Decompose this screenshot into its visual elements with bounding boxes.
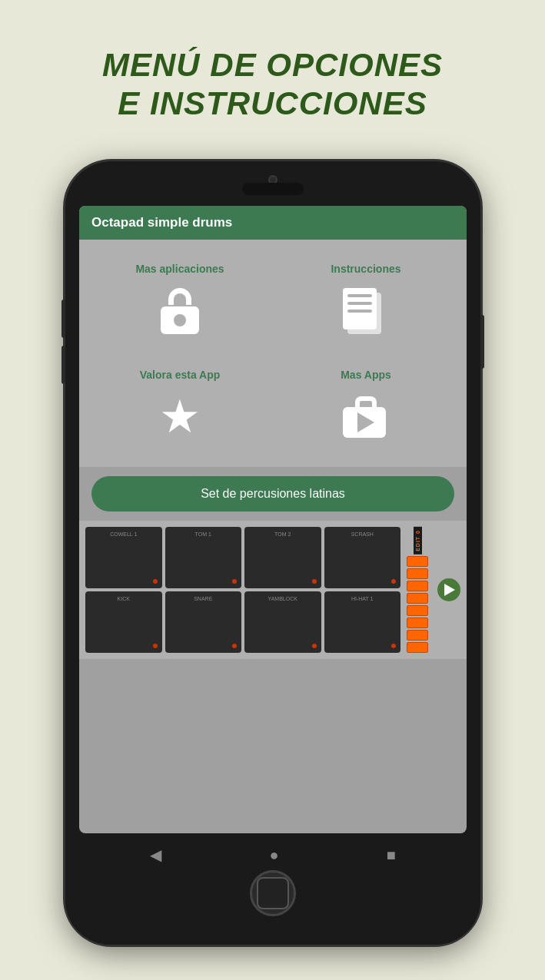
- home-nav-button[interactable]: ●: [269, 846, 278, 864]
- power-button[interactable]: [480, 315, 484, 369]
- drum-pad-tom2[interactable]: TOM 2: [244, 527, 321, 588]
- drum-pad-dot: [232, 579, 237, 584]
- drum-pad-dot: [312, 644, 317, 648]
- mas-apps-item[interactable]: Mas Apps: [273, 353, 459, 459]
- drum-pads-grid: COWELL 1 TOM 1 TOM 2 SCRASH KICK: [85, 527, 400, 653]
- drum-pad-yamblock[interactable]: YAMBLOCK: [244, 591, 321, 653]
- instrucciones-label: Instrucciones: [331, 263, 400, 275]
- edit-slot-4[interactable]: [407, 593, 428, 604]
- back-button[interactable]: ◀: [150, 846, 161, 864]
- volume-down-button[interactable]: [61, 346, 65, 384]
- page-title: MENÚ DE OPCIONES E INSTRUCCIONES: [0, 46, 545, 124]
- edit-slot-5[interactable]: [407, 605, 428, 616]
- phone-bottom: ◀ ● ■: [65, 833, 480, 945]
- drum-pad-dot: [153, 579, 158, 584]
- star-icon: ★: [153, 390, 207, 444]
- valora-app-label: Valora esta App: [140, 369, 221, 381]
- arrow-right-icon: [444, 584, 455, 596]
- drum-pad-dot: [391, 579, 396, 584]
- valora-app-item[interactable]: Valora esta App ★: [87, 353, 273, 459]
- edit-label: EDIT 0: [414, 527, 422, 555]
- edit-panel: EDIT 0: [405, 527, 430, 653]
- edit-slot-2[interactable]: [407, 568, 428, 579]
- edit-slot-6[interactable]: [407, 617, 428, 628]
- phone-screen: Octapad simple drums Mas aplicaciones In…: [79, 206, 467, 833]
- edit-slot-8[interactable]: [407, 642, 428, 653]
- document-icon: [339, 284, 393, 338]
- drum-pad-snare[interactable]: SNARE: [165, 591, 242, 653]
- drum-pad-kick[interactable]: KICK: [85, 591, 162, 653]
- phone-frame: Octapad simple drums Mas aplicaciones In…: [65, 161, 480, 945]
- home-button[interactable]: [250, 870, 296, 916]
- volume-up-button[interactable]: [61, 300, 65, 338]
- drum-pad-tom1[interactable]: TOM 1: [165, 527, 242, 588]
- drum-pad-dot: [232, 644, 237, 648]
- store-icon: [339, 390, 393, 444]
- recents-button[interactable]: ■: [387, 846, 396, 864]
- drum-pad-dot: [312, 579, 317, 584]
- nav-bar: ◀ ● ■: [65, 833, 480, 870]
- instrucciones-item[interactable]: Instrucciones: [273, 247, 459, 353]
- lock-icon: [153, 284, 207, 338]
- edit-slot-3[interactable]: [407, 581, 428, 591]
- next-arrow-button[interactable]: [437, 578, 460, 601]
- edit-slots: [407, 556, 428, 653]
- set-percusiones-button[interactable]: Set de percusiones latinas: [91, 476, 454, 512]
- mas-apps-label: Mas Apps: [341, 369, 391, 381]
- edit-slot-7[interactable]: [407, 630, 428, 641]
- phone-speaker: [242, 183, 304, 195]
- drum-pad-cowell[interactable]: COWELL 1: [85, 527, 162, 588]
- drum-pad-scrash[interactable]: SCRASH: [324, 527, 401, 588]
- menu-grid: Mas aplicaciones Instrucciones: [79, 240, 467, 467]
- drum-pad-dot: [153, 644, 158, 648]
- mas-aplicaciones-label: Mas aplicaciones: [135, 263, 224, 275]
- drum-pad-hihat[interactable]: HI-HAT 1: [324, 591, 401, 653]
- home-button-inner: [257, 877, 289, 909]
- drum-area: COWELL 1 TOM 1 TOM 2 SCRASH KICK: [79, 521, 467, 659]
- app-header: Octapad simple drums: [79, 206, 467, 240]
- edit-slot-1[interactable]: [407, 556, 428, 567]
- drum-pad-dot: [391, 644, 396, 648]
- mas-aplicaciones-item[interactable]: Mas aplicaciones: [87, 247, 273, 353]
